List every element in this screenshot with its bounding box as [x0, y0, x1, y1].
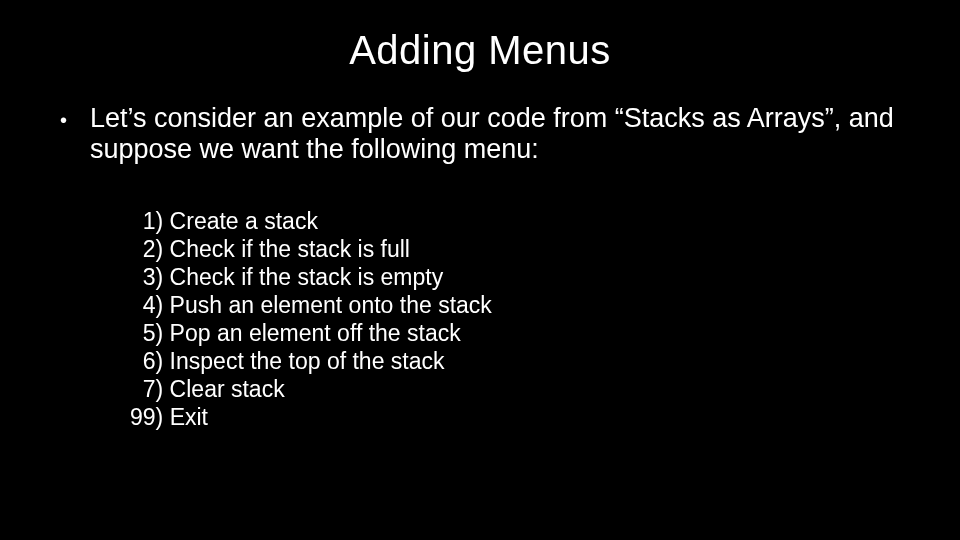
bullet-dot-icon: •: [60, 103, 90, 132]
menu-item: 7) Clear stack: [130, 375, 920, 403]
bullet-text: Let’s consider an example of our code fr…: [90, 103, 920, 165]
slide-body: • Let’s consider an example of our code …: [0, 73, 960, 431]
bullet-item: • Let’s consider an example of our code …: [60, 103, 920, 165]
menu-item: 1) Create a stack: [130, 207, 920, 235]
slide: Adding Menus • Let’s consider an example…: [0, 0, 960, 540]
menu-item: 2) Check if the stack is full: [130, 235, 920, 263]
menu-item: 6) Inspect the top of the stack: [130, 347, 920, 375]
menu-item: 5) Pop an element off the stack: [130, 319, 920, 347]
menu-item: 99) Exit: [130, 403, 920, 431]
slide-title: Adding Menus: [0, 0, 960, 73]
menu-item: 3) Check if the stack is empty: [130, 263, 920, 291]
menu-item: 4) Push an element onto the stack: [130, 291, 920, 319]
menu-list: 1) Create a stack 2) Check if the stack …: [130, 207, 920, 431]
